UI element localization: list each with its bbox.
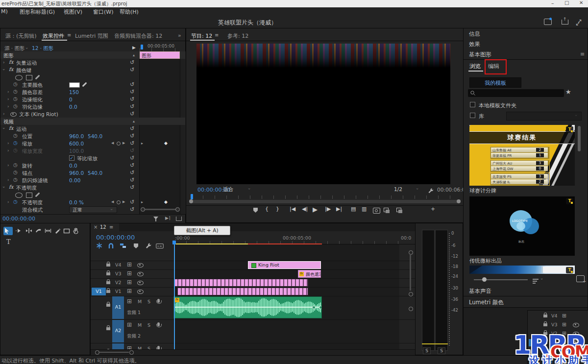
ec-row-旋转[interactable]: ›◷旋转0.0↺ [0,162,180,169]
ec-value[interactable]: 0 [69,97,73,102]
hscroll-handle-right[interactable] [129,350,134,355]
ec-row-文本 (King Riot)[interactable]: ›文本 (King Riot)↺ [0,110,180,118]
menu-item-1[interactable]: 图形和标题(G) [20,8,55,16]
ec-value[interactable]: 150 [69,89,79,95]
expand-icon[interactable]: › [7,177,9,182]
wrench-icon[interactable] [145,242,153,248]
eye-icon[interactable] [137,272,144,276]
vscroll-handle[interactable] [409,292,413,296]
reset-icon[interactable]: ↺ [130,162,134,169]
eye-icon[interactable] [10,112,17,117]
panel-menu-icon[interactable]: ≡ [67,32,71,38]
pen-mask-icon[interactable] [35,75,40,80]
scrollbar-handle-left[interactable] [189,199,193,203]
track-name-V4[interactable]: V4 [115,262,122,267]
expand-icon[interactable]: › [7,97,9,101]
add-marker-button[interactable] [253,208,258,213]
reset-icon[interactable]: ↺ [130,111,134,117]
prev-keyframe-icon[interactable]: ◀ [111,200,114,204]
linked-selection-icon[interactable] [120,242,127,248]
panel-header-essential-graphics[interactable]: 基本图形≡ [464,49,588,60]
selection-tool[interactable] [3,227,13,235]
expand-icon[interactable]: › [7,89,9,94]
checkbox-local-folder[interactable] [470,102,475,107]
tab-program[interactable]: 节目: 12 [191,32,212,40]
ec-lane-playhead[interactable] [141,45,143,49]
lift-button[interactable]: ▤ [351,206,356,212]
stopwatch-icon[interactable]: ◷ [13,170,18,175]
vscroll-handle[interactable] [409,307,413,311]
checkbox-uniform-scale[interactable]: ✓ [69,155,74,161]
lock-icon[interactable] [543,323,547,326]
ec-row-运动[interactable]: ›fx运动↺ [0,125,180,132]
source-patch-V1[interactable]: V1 [92,288,106,295]
panel-menu-icon[interactable]: ≡ [580,51,585,57]
comparison-view-button[interactable] [384,208,389,212]
snap-icon[interactable] [108,242,116,248]
ellipse-mask-icon[interactable] [15,75,23,80]
close-button[interactable]: ✕ [579,0,583,5]
lock-icon[interactable] [106,272,110,275]
ec-row-shapes[interactable] [0,191,180,198]
add-button[interactable]: + [431,206,435,212]
lane-hscroll[interactable] [143,209,177,210]
keyframe-diamond-icon[interactable]: ◆ [164,141,168,146]
template-thumb-lower-third[interactable]: T [469,266,575,274]
program-ruler[interactable] [191,195,460,199]
reset-icon[interactable]: ↺ [130,199,134,205]
settings-wrench-icon[interactable] [428,186,434,192]
prev-keyframe-icon[interactable]: ◀ [111,141,114,145]
solo-button[interactable]: S [147,322,150,328]
ec-play-icon[interactable]: ▶ [132,45,136,50]
thumb-size-handle[interactable] [482,277,487,282]
stopwatch-icon[interactable]: ◷ [13,162,18,168]
tab-reference[interactable]: 参考: 12 [227,32,248,40]
ec-value[interactable]: 0.0 [69,104,77,110]
panel-header-effects[interactable]: 效果 [464,39,588,49]
ec-row-羽化边缘[interactable]: ›◷羽化边缘0.0↺ [0,103,180,110]
reset-icon[interactable]: ↺ [130,67,134,73]
audio-patch-A2[interactable]: A2 [112,320,124,342]
timeline-playhead[interactable] [174,244,175,349]
template-thumb-logo[interactable]: LOGOTYPE标志T [469,196,575,256]
next-keyframe-icon[interactable]: ▶ [122,200,125,204]
ec-row-防闪烁滤镜[interactable]: ›◷防闪烁滤镜0.00↺ [0,176,180,184]
lane-hscroll-handle-right[interactable] [175,207,180,212]
ec-row-主要颜色[interactable]: ◷主要颜色↺ [0,81,180,88]
ec-row-颜色容差[interactable]: ›◷颜色容差150↺ [0,88,180,96]
tab-音频剪辑混合器: 12[interactable]: 音频剪辑混合器: 12 [114,32,162,40]
lock-icon[interactable] [106,327,110,330]
filter-properties-icon[interactable] [153,217,158,219]
collapse-icon[interactable]: ▴ [133,119,135,123]
minimize-button[interactable]: – [551,0,554,6]
track-output-icon[interactable]: ⊞ [562,313,566,319]
ec-value[interactable]: 540.0 [88,133,102,139]
ec-value[interactable]: 540.0 [88,170,102,176]
expand-icon[interactable]: › [7,199,9,204]
captions-icon[interactable] [156,242,164,248]
export-keyframes-icon[interactable] [176,217,182,221]
template-thumb-scoreboard[interactable]: 球赛结果山东鲁能 AE2华夏幸福 PR1广州恒大 AU3上海申花 DW0北京国安… [469,125,575,186]
expand-icon[interactable]: › [7,104,9,109]
stopwatch-icon[interactable]: ◷ [13,177,18,182]
play-around-icon[interactable]: ▶⌉ [165,216,170,220]
step-back-button[interactable]: ◀| [302,206,308,212]
ec-value[interactable]: 960.0 [69,133,84,139]
solo-left-button[interactable]: S [423,347,431,354]
ec-value[interactable]: 600.0 [69,141,84,146]
eye-icon[interactable] [137,281,144,285]
track-output-icon[interactable]: ⊞ [127,298,132,305]
favorites-star-icon[interactable]: ★ [565,88,571,96]
track-select-tool[interactable] [15,227,24,235]
solo-right-button[interactable]: S [438,347,445,354]
track-output-icon[interactable]: ⊞ [127,321,132,328]
volume-keyframe[interactable] [312,306,316,309]
expand-icon[interactable]: › [7,141,9,146]
menu-item-3[interactable]: 窗口(W) [93,8,113,16]
extract-button[interactable]: ▥ [362,206,367,212]
ec-lane-clip[interactable]: 图形 [140,51,180,59]
solo-button[interactable]: S [147,299,150,304]
stopwatch-icon[interactable]: ◷ [13,103,18,109]
ec-row-位置[interactable]: ◷位置960.0540.0↺ [0,132,180,140]
expand-icon[interactable]: › [3,60,5,65]
